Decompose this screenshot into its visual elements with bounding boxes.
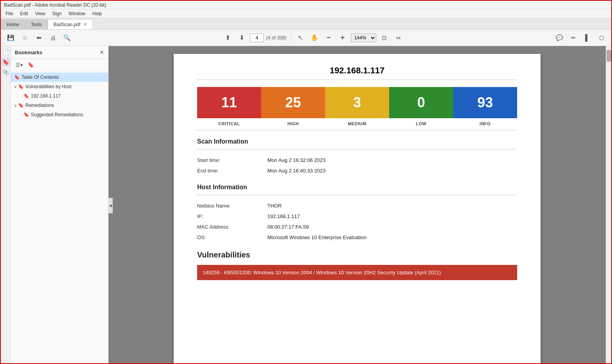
panel-attach-btn[interactable]: 📎: [2, 68, 10, 76]
zoom-in-icon: +: [340, 34, 345, 42]
scan-info-table: Start time: Mon Aug 2 16:32:06 2023 End …: [197, 155, 517, 176]
toolbar-navigation: ⬆ ⬇ (4 of 208) ↖ ✋ − + 50% 75% 100% 125%…: [222, 32, 404, 43]
save-button[interactable]: 💾: [5, 32, 16, 43]
bookmark-item-vuln-by-host[interactable]: ∨ 🔖 Vulnerabilities by Host: [11, 82, 108, 91]
comment-button[interactable]: 💬: [553, 32, 565, 43]
hand-tool-button[interactable]: ✋: [309, 32, 320, 43]
panel-bookmark-btn[interactable]: 🔖: [2, 58, 10, 66]
collapse-vuln-icon[interactable]: ∨: [14, 85, 17, 89]
search-icon: 🔍: [63, 34, 71, 41]
info-count: 93: [477, 94, 493, 111]
favorite-button[interactable]: ☆: [19, 32, 30, 43]
scrollbar-thumb[interactable]: [607, 50, 611, 62]
tab-home[interactable]: Home: [1, 19, 25, 29]
search-button[interactable]: 🔍: [61, 32, 73, 43]
host-info-divider: [197, 195, 517, 195]
title-bar: BadScan.pdf - Adobe Acrobat Reader DC (3…: [1, 1, 611, 9]
bookmark-item-suggested[interactable]: 🔖 Suggested Remediations: [11, 110, 108, 119]
critical-count: 11: [221, 94, 237, 111]
page-total: (4 of 208): [266, 35, 286, 41]
menu-icon: ☰▾: [16, 62, 23, 68]
window-title: BadScan.pdf - Adobe Acrobat Reader DC (3…: [4, 2, 106, 8]
mac-value: 08:00:27:17:FA:59: [267, 222, 517, 232]
menu-bar: File Edit View Sign Window Help: [1, 9, 611, 18]
collapse-rem-icon[interactable]: ∨: [14, 103, 17, 108]
back-icon: ⬅: [36, 34, 41, 41]
menu-sign[interactable]: Sign: [49, 10, 65, 17]
scrollbar[interactable]: [606, 46, 611, 364]
bookmark-item-toc[interactable]: 🔖 Table Of Contents: [11, 73, 108, 82]
host-info-table: Netbios Name: THOR IP: 192.168.1.117 MAC…: [197, 201, 517, 243]
severity-high: 25: [261, 87, 325, 118]
cursor-tool-button[interactable]: ↖: [295, 32, 306, 43]
start-label: Start time:: [197, 155, 267, 165]
menu-help[interactable]: Help: [89, 10, 105, 17]
bookmark-find-btn[interactable]: 🔖: [26, 60, 36, 69]
medium-count: 3: [353, 94, 361, 111]
bookmark-item-remediations[interactable]: ∨ 🔖 Remediations: [11, 101, 108, 110]
bookmark-label-rem: Remediations: [25, 103, 54, 108]
comment-icon: 💬: [556, 34, 563, 41]
table-row: IP: 192.168.1.117: [197, 211, 517, 222]
bookmark-label-suggested: Suggested Remediations: [31, 112, 83, 117]
sidebar-close-button[interactable]: ✕: [100, 49, 104, 55]
fit-width-button[interactable]: ⇔: [393, 32, 404, 43]
scan-info-divider: [197, 149, 517, 149]
print-icon: 🖨: [50, 34, 56, 41]
bookmark-find-icon: 🔖: [28, 62, 34, 68]
page-number-input[interactable]: [250, 34, 264, 42]
bookmark-icon-ip: 🔖: [23, 93, 29, 99]
zoom-out-button[interactable]: −: [323, 32, 334, 43]
sidebar-collapse-handle[interactable]: ◀: [108, 198, 113, 213]
end-value: Mon Aug 2 16:40:33 2023: [267, 165, 517, 176]
down-arrow-icon: ⬇: [239, 34, 244, 41]
tab-close-icon[interactable]: ✕: [84, 22, 87, 27]
zoom-out-icon: −: [326, 34, 331, 42]
left-icon-panel: 📄 🔖 📎: [1, 46, 11, 364]
bookmark-icon-vuln: 🔖: [18, 84, 24, 89]
end-label: End time:: [197, 165, 267, 176]
panel-page-btn[interactable]: 📄: [2, 48, 10, 56]
menu-view[interactable]: View: [32, 10, 48, 17]
vuln-item-1: 149259 - KB5001330: Windows 10 Version 2…: [197, 265, 517, 280]
vuln-item-1-text: 149259 - KB5001330: Windows 10 Version 2…: [203, 270, 441, 275]
cursor-icon: ↖: [298, 34, 303, 41]
main-layout: 📄 🔖 📎 Bookmarks ✕ ☰▾ 🔖 🔖 Table: [1, 46, 611, 364]
host-title: 192.168.1.117: [197, 66, 517, 80]
vuln-title: Vulnerabilities: [197, 250, 517, 259]
sidebar-header: Bookmarks ✕: [11, 46, 108, 59]
bookmark-panel-icon: 🔖: [2, 59, 9, 65]
pdf-viewer[interactable]: 192.168.1.117 11 25 3 0 93: [109, 46, 606, 364]
tab-tools[interactable]: Tools: [25, 19, 48, 29]
stamp-icon: ⬡: [599, 34, 604, 41]
stamp-button[interactable]: ⬡: [596, 32, 607, 43]
high-label: HIGH: [261, 120, 325, 126]
draw-button[interactable]: ✏: [568, 32, 579, 43]
sidebar-title: Bookmarks: [15, 50, 43, 55]
zoom-select[interactable]: 50% 75% 100% 125% 144% 150% 200%: [351, 34, 376, 42]
table-row: End time: Mon Aug 2 16:40:33 2023: [197, 165, 517, 176]
menu-file[interactable]: File: [2, 10, 16, 17]
tab-bar: Home Tools BadScan.pdf ✕: [1, 18, 611, 30]
menu-edit[interactable]: Edit: [17, 10, 31, 17]
severity-low: 0: [389, 87, 453, 118]
table-row: MAC Address: 08:00:27:17:FA:59: [197, 222, 517, 232]
bookmark-options-btn[interactable]: ☰▾: [14, 60, 24, 69]
page-down-button[interactable]: ⬇: [236, 32, 247, 43]
zoom-in-button[interactable]: +: [337, 32, 349, 43]
highlight-icon: ▌: [585, 34, 589, 41]
bookmark-icon-suggested: 🔖: [23, 112, 29, 117]
highlight-button[interactable]: ▌: [582, 32, 593, 43]
page-up-button[interactable]: ⬆: [222, 32, 233, 43]
tab-badscan[interactable]: BadScan.pdf ✕: [48, 19, 93, 29]
back-button[interactable]: ⬅: [33, 32, 44, 43]
bookmark-label-toc: Table Of Contents: [21, 75, 59, 80]
menu-window[interactable]: Window: [66, 10, 89, 17]
os-value: Microsoft Windows 10 Enterprise Evaluati…: [267, 232, 517, 243]
tab-tools-label: Tools: [31, 22, 42, 27]
fit-page-button[interactable]: ⊡: [379, 32, 390, 43]
save-icon: 💾: [7, 34, 14, 41]
bookmark-icon-toc: 🔖: [14, 75, 20, 80]
bookmark-item-ip[interactable]: 🔖 192.168.1.117: [11, 91, 108, 101]
print-button[interactable]: 🖨: [47, 32, 59, 43]
